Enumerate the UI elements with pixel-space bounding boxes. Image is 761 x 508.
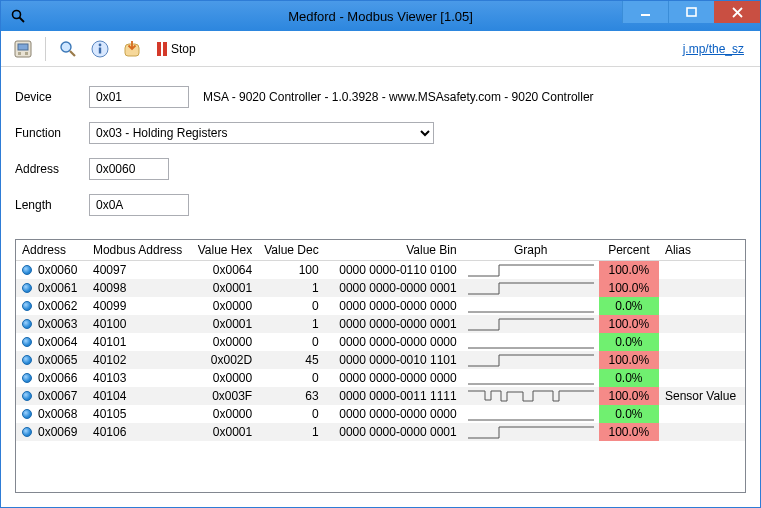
col-percent[interactable]: Percent bbox=[599, 240, 659, 261]
svg-line-1 bbox=[20, 18, 25, 23]
cell-percent: 0.0% bbox=[599, 369, 659, 387]
svg-rect-16 bbox=[163, 42, 167, 56]
cell-value-bin: 0000 0000-0010 1101 bbox=[325, 351, 463, 369]
window-titlebar: Medford - Modbus Viewer [1.05] bbox=[1, 1, 760, 31]
cell-graph bbox=[463, 333, 599, 351]
cell-alias bbox=[659, 333, 745, 351]
form-area: Device MSA - 9020 Controller - 1.0.3928 … bbox=[1, 67, 760, 229]
cell-value-bin: 0000 0000-0000 0001 bbox=[325, 279, 463, 297]
col-value-dec[interactable]: Value Dec bbox=[258, 240, 324, 261]
cell-value-hex: 0x0000 bbox=[190, 297, 258, 315]
window-minimize-button[interactable] bbox=[622, 1, 668, 23]
cell-alias bbox=[659, 315, 745, 333]
svg-rect-15 bbox=[157, 42, 161, 56]
cell-value-hex: 0x0064 bbox=[190, 261, 258, 280]
table-row[interactable]: 0x0067401040x003F630000 0000-0011 111110… bbox=[16, 387, 745, 405]
toolbar-search-button[interactable] bbox=[54, 35, 82, 63]
cell-alias bbox=[659, 261, 745, 280]
table-row[interactable]: 0x0063401000x000110000 0000-0000 0001100… bbox=[16, 315, 745, 333]
cell-graph bbox=[463, 405, 599, 423]
cell-value-dec: 1 bbox=[258, 279, 324, 297]
function-select[interactable]: 0x03 - Holding Registers bbox=[89, 122, 434, 144]
cell-percent: 100.0% bbox=[599, 387, 659, 405]
cell-graph bbox=[463, 387, 599, 405]
svg-rect-8 bbox=[18, 52, 21, 55]
table-row[interactable]: 0x0065401020x002D450000 0000-0010 110110… bbox=[16, 351, 745, 369]
svg-rect-7 bbox=[18, 44, 28, 50]
table-row[interactable]: 0x0061400980x000110000 0000-0000 0001100… bbox=[16, 279, 745, 297]
svg-rect-14 bbox=[99, 47, 101, 53]
cell-modbus-address: 40103 bbox=[87, 369, 190, 387]
cell-value-dec: 0 bbox=[258, 405, 324, 423]
cell-percent: 100.0% bbox=[599, 315, 659, 333]
toolbar-stop-button[interactable]: Stop bbox=[150, 35, 203, 63]
device-input[interactable] bbox=[89, 86, 189, 108]
cell-modbus-address: 40106 bbox=[87, 423, 190, 441]
function-label: Function bbox=[15, 126, 89, 140]
cell-value-hex: 0x003F bbox=[190, 387, 258, 405]
cell-value-bin: 0000 0000-0000 0001 bbox=[325, 315, 463, 333]
svg-rect-3 bbox=[687, 8, 696, 16]
col-address[interactable]: Address bbox=[16, 240, 87, 261]
svg-point-13 bbox=[99, 43, 102, 46]
col-value-hex[interactable]: Value Hex bbox=[190, 240, 258, 261]
toolbar-link[interactable]: j.mp/the_sz bbox=[683, 42, 752, 56]
table-row[interactable]: 0x0066401030x000000000 0000-0000 00000.0… bbox=[16, 369, 745, 387]
cell-value-bin: 0000 0000-0000 0000 bbox=[325, 297, 463, 315]
bullet-icon bbox=[22, 265, 32, 275]
cell-value-dec: 1 bbox=[258, 423, 324, 441]
cell-address: 0x0066 bbox=[38, 371, 77, 385]
cell-value-dec: 0 bbox=[258, 369, 324, 387]
window-maximize-button[interactable] bbox=[668, 1, 714, 23]
cell-modbus-address: 40099 bbox=[87, 297, 190, 315]
cell-address: 0x0060 bbox=[38, 263, 77, 277]
table-row[interactable]: 0x0060400970x00641000000 0000-0110 01001… bbox=[16, 261, 745, 280]
cell-graph bbox=[463, 279, 599, 297]
grid-header-row: Address Modbus Address Value Hex Value D… bbox=[16, 240, 745, 261]
cell-value-dec: 63 bbox=[258, 387, 324, 405]
toolbar-import-button[interactable] bbox=[118, 35, 146, 63]
col-graph[interactable]: Graph bbox=[463, 240, 599, 261]
toolbar-info-button[interactable] bbox=[86, 35, 114, 63]
toolbar-device-button[interactable] bbox=[9, 35, 37, 63]
table-row[interactable]: 0x0062400990x000000000 0000-0000 00000.0… bbox=[16, 297, 745, 315]
device-label: Device bbox=[15, 90, 89, 104]
app-icon bbox=[9, 7, 27, 25]
cell-percent: 100.0% bbox=[599, 423, 659, 441]
register-grid: Address Modbus Address Value Hex Value D… bbox=[15, 239, 746, 493]
col-alias[interactable]: Alias bbox=[659, 240, 745, 261]
cell-address: 0x0069 bbox=[38, 425, 77, 439]
col-value-bin[interactable]: Value Bin bbox=[325, 240, 463, 261]
cell-value-hex: 0x0000 bbox=[190, 333, 258, 351]
cell-percent: 0.0% bbox=[599, 405, 659, 423]
address-input[interactable] bbox=[89, 158, 169, 180]
svg-point-10 bbox=[61, 42, 71, 52]
cell-modbus-address: 40100 bbox=[87, 315, 190, 333]
cell-address: 0x0064 bbox=[38, 335, 77, 349]
cell-value-dec: 0 bbox=[258, 333, 324, 351]
table-row[interactable]: 0x0069401060x000110000 0000-0000 0001100… bbox=[16, 423, 745, 441]
table-row[interactable]: 0x0068401050x000000000 0000-0000 00000.0… bbox=[16, 405, 745, 423]
bullet-icon bbox=[22, 409, 32, 419]
col-modbus-address[interactable]: Modbus Address bbox=[87, 240, 190, 261]
cell-value-hex: 0x0000 bbox=[190, 369, 258, 387]
cell-value-dec: 45 bbox=[258, 351, 324, 369]
cell-address: 0x0068 bbox=[38, 407, 77, 421]
table-row[interactable]: 0x0064401010x000000000 0000-0000 00000.0… bbox=[16, 333, 745, 351]
toolbar: Stop j.mp/the_sz bbox=[1, 31, 760, 67]
svg-line-11 bbox=[70, 51, 75, 56]
cell-percent: 100.0% bbox=[599, 351, 659, 369]
cell-value-hex: 0x0001 bbox=[190, 315, 258, 333]
cell-alias bbox=[659, 405, 745, 423]
cell-value-dec: 100 bbox=[258, 261, 324, 280]
cell-address: 0x0063 bbox=[38, 317, 77, 331]
cell-alias bbox=[659, 369, 745, 387]
cell-graph bbox=[463, 315, 599, 333]
cell-graph bbox=[463, 351, 599, 369]
cell-value-hex: 0x0000 bbox=[190, 405, 258, 423]
length-input[interactable] bbox=[89, 194, 189, 216]
cell-graph bbox=[463, 369, 599, 387]
cell-address: 0x0062 bbox=[38, 299, 77, 313]
bullet-icon bbox=[22, 319, 32, 329]
window-close-button[interactable] bbox=[714, 1, 760, 23]
